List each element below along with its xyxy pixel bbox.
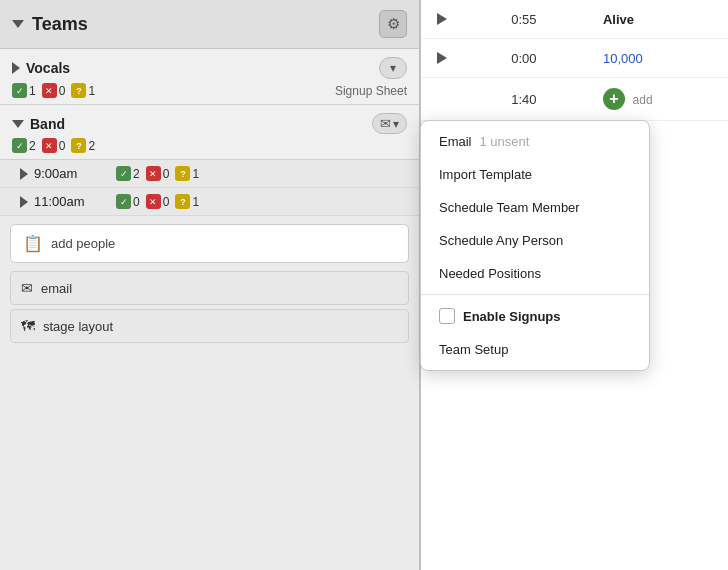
menu-item-schedule-member[interactable]: Schedule Team Member (421, 191, 649, 224)
alive-cell: Alive (591, 0, 728, 39)
menu-email-label: Email (439, 134, 472, 149)
menu-item-schedule-person[interactable]: Schedule Any Person (421, 224, 649, 257)
band-title: Band (12, 116, 65, 132)
menu-import-label: Import Template (439, 167, 532, 182)
band-q-badge: ? (71, 138, 86, 153)
band-expand-icon[interactable] (12, 120, 24, 128)
panel-title: Teams (12, 14, 88, 35)
menu-schedule-member-label: Schedule Team Member (439, 200, 580, 215)
slot-q-badge: ? (175, 166, 190, 181)
vocals-x-stat: ✕ 0 (42, 83, 66, 98)
menu-item-enable-signups[interactable]: Enable Signups (421, 299, 649, 333)
band-label: Band (30, 116, 65, 132)
menu-divider (421, 294, 649, 295)
time-label-900: 9:00am (20, 166, 110, 181)
menu-item-import[interactable]: Import Template (421, 158, 649, 191)
slot-check-badge: ✓ (116, 166, 131, 181)
band-email-expand-button[interactable]: ✉ ▾ (372, 113, 407, 134)
vocals-stats-row: ✓ 1 ✕ 0 ? 1 Signup Sheet (12, 83, 407, 98)
slot-900-expand-icon[interactable] (20, 168, 28, 180)
check-badge: ✓ (12, 83, 27, 98)
gear-button[interactable]: ⚙ (379, 10, 407, 38)
right-table: 0:55 Alive 0:00 10,000 1:40 + add (421, 0, 728, 121)
slot-1100-expand-icon[interactable] (20, 196, 28, 208)
q-badge: ? (71, 83, 86, 98)
x-badge: ✕ (42, 83, 57, 98)
add-people-button[interactable]: 📋 add people (10, 224, 409, 263)
menu-schedule-person-label: Schedule Any Person (439, 233, 563, 248)
table-row: 0:55 Alive (421, 0, 728, 39)
email-icon: ✉ (380, 116, 391, 131)
play-button-1[interactable] (433, 10, 451, 28)
time-slot-900: 9:00am ✓ 2 ✕ 0 ? 1 (0, 160, 419, 188)
slot-900-x: ✕ 0 (146, 166, 170, 181)
menu-positions-label: Needed Positions (439, 266, 541, 281)
menu-enable-signups-label: Enable Signups (463, 309, 561, 324)
slot-900-q: ? 1 (175, 166, 199, 181)
band-x-value: 0 (59, 139, 66, 153)
time-cell-1: 0:55 (499, 0, 591, 39)
panel-header: Teams ⚙ (0, 0, 419, 49)
table-row: 0:00 10,000 (421, 39, 728, 78)
time-label-1100: 11:00am (20, 194, 110, 209)
vocals-x-value: 0 (59, 84, 66, 98)
slot-900-check: ✓ 2 (116, 166, 140, 181)
email-button-icon: ✉ (21, 280, 33, 296)
gear-icon: ⚙ (387, 15, 400, 33)
vocals-title: Vocals (12, 60, 70, 76)
menu-item-positions[interactable]: Needed Positions (421, 257, 649, 290)
play-icon-1 (437, 13, 447, 25)
vocals-section: Vocals ▾ ✓ 1 ✕ 0 ? 1 Signup Sheet (0, 49, 419, 105)
vocals-q-stat: ? 1 (71, 83, 95, 98)
left-panel: Teams ⚙ Vocals ▾ ✓ 1 ✕ 0 ? (0, 0, 420, 570)
band-chevron-icon: ▾ (393, 117, 399, 131)
time-slot-1100: 11:00am ✓ 0 ✕ 0 ? 1 (0, 188, 419, 216)
time-cell-2: 0:00 (499, 39, 591, 78)
value-cell-2: 10,000 (591, 39, 728, 78)
slot-1100-q: ? 1 (175, 194, 199, 209)
vocals-expand-icon[interactable] (12, 62, 20, 74)
green-add-button[interactable]: + (603, 88, 625, 110)
vocals-chevron-icon: ▾ (390, 61, 396, 75)
slot-1100-x-badge: ✕ (146, 194, 161, 209)
bottom-buttons: ✉ email 🗺 stage layout (10, 271, 409, 343)
dropdown-menu: Email 1 unsent Import Template Schedule … (420, 120, 650, 371)
stage-layout-icon: 🗺 (21, 318, 35, 334)
stage-layout-button[interactable]: 🗺 stage layout (10, 309, 409, 343)
add-people-icon: 📋 (23, 234, 43, 253)
band-q-value: 2 (88, 139, 95, 153)
stage-layout-label: stage layout (43, 319, 113, 334)
menu-item-email[interactable]: Email 1 unsent (421, 125, 649, 158)
slot-900-time: 9:00am (34, 166, 77, 181)
slot-1100-check-badge: ✓ (116, 194, 131, 209)
collapse-icon[interactable] (12, 20, 24, 28)
vocals-section-header: Vocals ▾ (12, 57, 407, 79)
slot-x-badge: ✕ (146, 166, 161, 181)
signup-sheet-link[interactable]: Signup Sheet (335, 84, 407, 98)
time-cell-3: 1:40 (499, 78, 591, 121)
email-button[interactable]: ✉ email (10, 271, 409, 305)
band-x-badge: ✕ (42, 138, 57, 153)
value-link-2[interactable]: 10,000 (603, 51, 643, 66)
enable-signups-checkbox[interactable] (439, 308, 455, 324)
slot-1100-time: 11:00am (34, 194, 85, 209)
band-check-badge: ✓ (12, 138, 27, 153)
play-button-2[interactable] (433, 49, 451, 67)
play-icon-2 (437, 52, 447, 64)
slot-1100-q-badge: ? (175, 194, 190, 209)
add-people-label: add people (51, 236, 115, 251)
band-stats-row: ✓ 2 ✕ 0 ? 2 (12, 138, 407, 153)
menu-item-team-setup[interactable]: Team Setup (421, 333, 649, 366)
panel-title-text: Teams (32, 14, 88, 35)
add-label: add (633, 93, 653, 107)
vocals-check-value: 1 (29, 84, 36, 98)
vocals-check-stat: ✓ 1 (12, 83, 36, 98)
vocals-expand-button[interactable]: ▾ (379, 57, 407, 79)
menu-team-setup-label: Team Setup (439, 342, 508, 357)
menu-email-count: 1 unsent (480, 134, 530, 149)
vocals-q-value: 1 (88, 84, 95, 98)
band-x-stat: ✕ 0 (42, 138, 66, 153)
email-button-label: email (41, 281, 72, 296)
band-check-stat: ✓ 2 (12, 138, 36, 153)
band-check-value: 2 (29, 139, 36, 153)
